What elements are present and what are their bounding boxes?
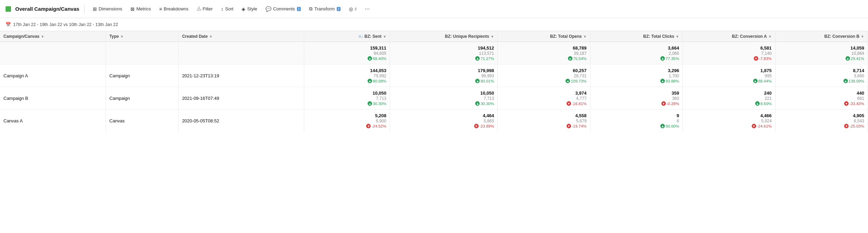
cell-pct-value: ▲50.00%: [660, 124, 679, 128]
cell-text: Campaign: [109, 73, 130, 78]
cell-main-value: 159,311: [370, 45, 386, 51]
cell-main-value: 144,053: [370, 68, 386, 73]
cell-opens-row-0: 60,25728,731▲109.73%: [498, 64, 590, 87]
dropdown-icon-recipients[interactable]: ▼: [491, 35, 494, 38]
summary-cell-sent: 159,31194,605▲68.40%: [304, 42, 390, 64]
globe-button[interactable]: ◎ β: [345, 5, 360, 14]
filter-label: Filter: [203, 6, 213, 11]
col-header-opens[interactable]: BZ: Total Opens ▼: [498, 31, 590, 42]
more-icon: ⋯: [365, 6, 370, 12]
cell-pct-value: ▲138.09%: [843, 79, 864, 83]
cell-secondary-value: 5,679: [576, 119, 587, 123]
sort-button[interactable]: ↕ Sort: [218, 5, 237, 14]
cell-pct-value: ▲80.01%: [475, 79, 494, 83]
cell-pct-value: ▲30.30%: [475, 101, 494, 106]
toolbar: Overall Campaign/Canvas ⊞ Dimensions ⊠ M…: [0, 0, 868, 18]
cell-main-value: 4,464: [483, 113, 494, 118]
cell-text: 2021-12-23T13:19: [182, 73, 219, 78]
dimensions-icon: ⊞: [93, 6, 97, 12]
cell-main-value: 194,512: [478, 45, 494, 51]
cell-opens-row-2: 4,5585,679▼-19.74%: [498, 110, 590, 132]
cell-main-value: 4,558: [575, 113, 587, 118]
cell-main-value: 8,714: [853, 68, 864, 73]
cell-date: 2021-12-23T13:19: [179, 64, 304, 87]
cell-date: 2021-09-16T07:49: [179, 87, 304, 110]
col-header-type[interactable]: Type ▼: [106, 31, 179, 42]
cell-secondary-value: 79,992: [374, 74, 387, 78]
col-label-recipients: BZ: Unique Recipients: [445, 34, 489, 39]
col-header-date[interactable]: Created Date ▼: [179, 31, 304, 42]
cell-secondary-value: 661: [857, 96, 864, 101]
transform-icon: ⧉: [309, 6, 313, 12]
breakdowns-icon: ≡: [159, 6, 162, 12]
cell-secondary-value: 6,543: [854, 119, 864, 123]
dropdown-icon-type[interactable]: ▼: [120, 35, 124, 38]
cell-main-value: 4,905: [853, 113, 864, 118]
more-button[interactable]: ⋯: [361, 5, 373, 14]
summary-empty-date: [179, 42, 304, 64]
style-button[interactable]: ◈ Style: [238, 5, 261, 14]
col-header-conv-b[interactable]: BZ: Conversion B ▼: [775, 31, 868, 42]
cell-main-value: 60,257: [573, 68, 587, 73]
sort-icon: ↕: [221, 6, 224, 12]
summary-empty-type: [106, 42, 179, 64]
cell-main-value: 3,664: [668, 45, 679, 51]
cell-text: Campaign A: [3, 73, 28, 78]
cell-secondary-value: 10,864: [851, 51, 864, 56]
dropdown-icon-date[interactable]: ▼: [209, 35, 213, 38]
cell-pct-value: ▼-25.03%: [844, 124, 864, 128]
cell-recipients-row-2: 4,4645,865▼-23.89%: [390, 110, 498, 132]
cell-type: Canvas: [106, 110, 179, 132]
summary-cell-recipients: 194,512113,571▲71.27%: [390, 42, 498, 64]
dropdown-icon-campaign[interactable]: ▼: [41, 35, 44, 38]
cell-pct-value: ▲75.54%: [568, 56, 587, 61]
col-label-opens: BZ: Total Opens: [550, 34, 582, 39]
cell-main-value: 440: [857, 90, 864, 96]
cell-text: Campaign B: [3, 96, 28, 101]
cell-text: Campaign: [109, 96, 130, 101]
cell-recipients-row-1: 10,0507,713▲30.30%: [390, 87, 498, 110]
col-header-sent[interactable]: ≡↓ BZ: Sent ▼: [304, 31, 390, 42]
cell-pct-value: ▲8.60%: [755, 101, 772, 106]
transform-badge: β: [337, 7, 341, 11]
dimensions-label: Dimensions: [99, 6, 122, 11]
cell-pct-value: ▲93.88%: [660, 79, 679, 83]
cell-secondary-value: 3,660: [854, 74, 864, 78]
metrics-button[interactable]: ⊠ Metrics: [127, 5, 154, 14]
cell-main-value: 3,296: [668, 68, 679, 73]
summary-cell-clicks: 3,6642,066▲77.35%: [590, 42, 682, 64]
cell-sent-row-2: 5,2086,900▼-24.52%: [304, 110, 390, 132]
col-header-clicks[interactable]: BZ: Total Clicks ▼: [590, 31, 682, 42]
col-header-conv-a[interactable]: BZ: Conversion A ▼: [683, 31, 775, 42]
cell-secondary-value: 360: [672, 96, 679, 101]
col-header-campaign[interactable]: Campaign/Canvas ▼: [0, 31, 106, 42]
cell-secondary-value: 221: [765, 96, 772, 101]
cell-main-value: 5,208: [375, 113, 387, 118]
cell-pct-value: ▲71.27%: [475, 56, 494, 61]
cell-text: 2020-05-05T08:52: [182, 118, 219, 123]
calendar-icon: 📅: [6, 22, 11, 27]
cell-main-value: 240: [764, 90, 772, 96]
sort-active-icon-sent: ≡↓: [359, 34, 363, 39]
cell-secondary-value: 1,700: [669, 74, 679, 78]
cell-secondary-value: 7,713: [376, 96, 386, 101]
filter-button[interactable]: ⧊ Filter: [193, 4, 216, 14]
dropdown-icon-clicks[interactable]: ▼: [676, 35, 679, 38]
cell-conv_a-row-0: 1,875995▲88.44%: [683, 64, 775, 87]
globe-icon: ◎: [349, 6, 353, 12]
transform-button[interactable]: ⧉ Transform β: [306, 4, 344, 14]
cell-pct-value: ▲29.41%: [846, 56, 864, 61]
comments-button[interactable]: 💬 Comments β: [262, 5, 304, 14]
dropdown-icon-sent[interactable]: ▼: [383, 35, 386, 38]
breakdowns-button[interactable]: ≡ Breakdowns: [156, 5, 192, 14]
dropdown-icon-conv-a[interactable]: ▼: [768, 35, 772, 38]
dimensions-button[interactable]: ⊞ Dimensions: [89, 5, 126, 14]
dropdown-icon-opens[interactable]: ▼: [583, 35, 587, 38]
comments-badge: β: [297, 7, 301, 11]
cell-pct-value: ▼-33.43%: [844, 101, 864, 106]
data-table: Campaign/Canvas ▼ Type ▼ Created Date ▼: [0, 31, 868, 132]
col-label-conv-a: BZ: Conversion A: [732, 34, 767, 39]
col-label-clicks: BZ: Total Clicks: [643, 34, 674, 39]
col-header-recipients[interactable]: BZ: Unique Recipients ▼: [390, 31, 498, 42]
dropdown-icon-conv-b[interactable]: ▼: [861, 35, 864, 38]
